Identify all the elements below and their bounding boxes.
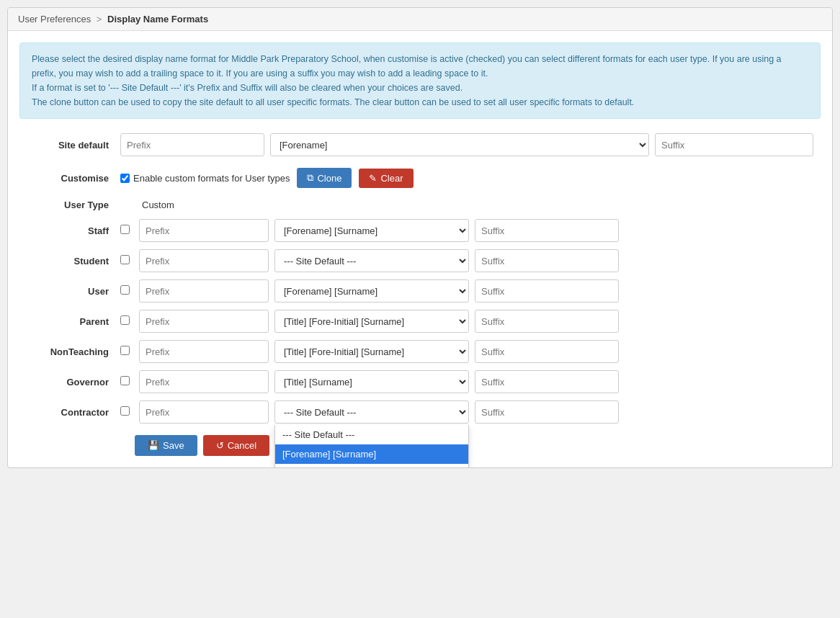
- parent-format-select[interactable]: [Title] [Fore-Initial] [Surname]: [274, 310, 469, 333]
- user-fields: [Forename] [Surname]: [139, 279, 813, 303]
- contractor-fields: --- Site Default --- --- Site Default --…: [139, 400, 813, 424]
- student-label: Student: [27, 256, 120, 267]
- student-fields: --- Site Default ---: [139, 249, 813, 272]
- customise-label: Customise: [27, 173, 120, 184]
- governor-suffix-input[interactable]: [475, 370, 619, 393]
- user-row-user: User [Forename] [Surname]: [27, 279, 813, 303]
- staff-prefix-input[interactable]: [139, 219, 269, 242]
- student-checkbox-wrap: [120, 255, 135, 267]
- nonteaching-suffix-input[interactable]: [475, 340, 619, 363]
- contractor-checkbox[interactable]: [120, 406, 130, 416]
- contractor-suffix-input[interactable]: [475, 400, 619, 424]
- clear-button[interactable]: ✎ Clear: [359, 169, 413, 188]
- parent-checkbox[interactable]: [120, 315, 130, 325]
- clone-label: Clone: [317, 173, 341, 184]
- governor-checkbox-wrap: [120, 376, 135, 388]
- page-wrapper: User Preferences > Display Name Formats …: [7, 7, 833, 468]
- contractor-prefix-input[interactable]: [139, 400, 269, 424]
- parent-fields: [Title] [Fore-Initial] [Surname]: [139, 310, 813, 333]
- parent-checkbox-wrap: [120, 315, 135, 327]
- site-default-label: Site default: [27, 140, 120, 151]
- form-section: Site default [Forename] Customise Enable…: [19, 133, 821, 456]
- user-label: User: [27, 286, 120, 297]
- staff-format-select[interactable]: [Forename] [Surname]: [274, 219, 469, 242]
- governor-prefix-input[interactable]: [139, 370, 269, 393]
- clear-icon: ✎: [369, 173, 377, 184]
- parent-suffix-input[interactable]: [475, 310, 619, 333]
- nonteaching-format-select[interactable]: [Title] [Fore-Initial] [Surname]: [274, 340, 469, 363]
- staff-suffix-input[interactable]: [475, 219, 619, 242]
- student-format-select[interactable]: --- Site Default ---: [274, 249, 469, 272]
- nonteaching-fields: [Title] [Fore-Initial] [Surname]: [139, 340, 813, 363]
- student-checkbox[interactable]: [120, 255, 130, 264]
- info-line3: The clone button can be used to copy the…: [32, 95, 808, 109]
- action-row: 💾 Save ↺ Cancel: [135, 435, 813, 456]
- user-type-header: User Type Custom: [27, 200, 813, 210]
- contractor-dropdown-container: --- Site Default --- --- Site Default --…: [274, 400, 469, 424]
- dropdown-option-forename[interactable]: [Forename]: [275, 464, 468, 468]
- customise-checkbox-text: Enable custom formats for User types: [133, 173, 290, 184]
- user-format-select[interactable]: [Forename] [Surname]: [274, 279, 469, 303]
- staff-checkbox-wrap: [120, 225, 135, 236]
- contractor-format-select[interactable]: --- Site Default ---: [274, 400, 469, 424]
- site-default-row: Site default [Forename]: [27, 133, 813, 156]
- custom-col-label: Custom: [142, 200, 174, 210]
- breadcrumb-parent[interactable]: User Preferences: [18, 14, 91, 24]
- customise-row: Customise Enable custom formats for User…: [27, 168, 813, 188]
- user-type-label: User Type: [27, 200, 120, 210]
- breadcrumb-separator: >: [97, 14, 102, 24]
- nonteaching-label: NonTeaching: [27, 346, 120, 357]
- cancel-label: Cancel: [228, 440, 256, 451]
- user-row-nonteaching: NonTeaching [Title] [Fore-Initial] [Surn…: [27, 340, 813, 363]
- info-box: Please select the desired display name f…: [19, 42, 821, 119]
- user-checkbox-wrap: [120, 285, 135, 297]
- nonteaching-prefix-input[interactable]: [139, 340, 269, 363]
- student-prefix-input[interactable]: [139, 249, 269, 272]
- user-suffix-input[interactable]: [475, 279, 619, 303]
- staff-checkbox[interactable]: [120, 225, 130, 234]
- info-line2: If a format is set to '--- Site Default …: [32, 81, 808, 95]
- clear-label: Clear: [380, 173, 403, 184]
- user-row-contractor: Contractor --- Site Default --- --- Site…: [27, 400, 813, 424]
- governor-label: Governor: [27, 377, 120, 388]
- clone-button[interactable]: ⧉ Clone: [297, 168, 352, 188]
- breadcrumb: User Preferences > Display Name Formats: [8, 8, 832, 31]
- save-label: Save: [163, 440, 184, 451]
- contractor-dropdown-overlay: --- Site Default --- [Forename] [Surname…: [274, 425, 469, 468]
- site-default-fields: [Forename]: [120, 133, 813, 156]
- nonteaching-checkbox-wrap: [120, 346, 135, 357]
- parent-prefix-input[interactable]: [139, 310, 269, 333]
- site-default-prefix-input[interactable]: [120, 133, 264, 156]
- contractor-label: Contractor: [27, 407, 120, 418]
- parent-label: Parent: [27, 316, 120, 327]
- clone-icon: ⧉: [307, 172, 313, 184]
- governor-format-select[interactable]: [Title] [Surname]: [274, 370, 469, 393]
- user-row-student: Student --- Site Default ---: [27, 249, 813, 272]
- dropdown-option-site-default[interactable]: --- Site Default ---: [275, 425, 468, 444]
- site-default-format-select[interactable]: [Forename]: [270, 133, 649, 156]
- info-line1: Please select the desired display name f…: [32, 52, 808, 81]
- customise-checkbox-label[interactable]: Enable custom formats for User types: [120, 173, 290, 184]
- user-row-staff: Staff [Forename] [Surname]: [27, 219, 813, 242]
- save-icon: 💾: [148, 440, 159, 451]
- user-row-parent: Parent [Title] [Fore-Initial] [Surname]: [27, 310, 813, 333]
- staff-label: Staff: [27, 225, 120, 236]
- customise-checkbox[interactable]: [120, 174, 130, 183]
- staff-fields: [Forename] [Surname]: [139, 219, 813, 242]
- cancel-button[interactable]: ↺ Cancel: [203, 435, 269, 456]
- governor-fields: [Title] [Surname]: [139, 370, 813, 393]
- user-row-governor: Governor [Title] [Surname]: [27, 370, 813, 393]
- save-button[interactable]: 💾 Save: [135, 435, 197, 456]
- student-suffix-input[interactable]: [475, 249, 619, 272]
- cancel-icon: ↺: [216, 440, 224, 451]
- contractor-checkbox-wrap: [120, 406, 135, 418]
- site-default-suffix-input[interactable]: [655, 133, 813, 156]
- nonteaching-checkbox[interactable]: [120, 346, 130, 355]
- breadcrumb-current: Display Name Formats: [107, 14, 208, 24]
- user-prefix-input[interactable]: [139, 279, 269, 303]
- dropdown-option-forename-surname[interactable]: [Forename] [Surname]: [275, 444, 468, 464]
- customise-controls: Enable custom formats for User types ⧉ C…: [120, 168, 414, 188]
- content-area: Please select the desired display name f…: [8, 31, 832, 467]
- governor-checkbox[interactable]: [120, 376, 130, 385]
- user-checkbox[interactable]: [120, 285, 130, 295]
